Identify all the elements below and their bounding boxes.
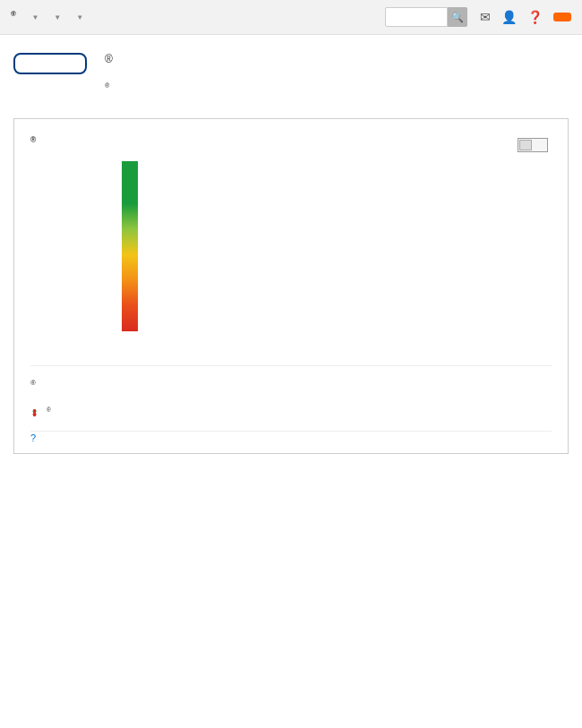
chevron-down-icon: ▼ bbox=[54, 13, 61, 21]
logo: ® bbox=[11, 9, 16, 25]
messages-link[interactable]: ✉ bbox=[480, 10, 491, 24]
nav-rewards[interactable]: ▼ bbox=[51, 13, 61, 21]
footnote bbox=[30, 431, 552, 441]
page-title: ® bbox=[105, 53, 113, 74]
nav-account[interactable]: ▼ bbox=[73, 13, 83, 21]
chart-area bbox=[30, 161, 552, 349]
factors-heading: ® bbox=[30, 379, 36, 392]
history-panel: ® ® bbox=[13, 118, 569, 454]
utility-nav: ✉ 👤 ❓ bbox=[480, 10, 571, 24]
arrow-down-icon: ⬇ bbox=[30, 407, 39, 420]
person-icon: 👤 bbox=[501, 10, 517, 24]
chevron-down-icon: ▼ bbox=[31, 13, 39, 21]
score-gradient bbox=[122, 161, 138, 331]
help-icon: ❓ bbox=[527, 10, 543, 24]
search-box: 🔍 bbox=[385, 7, 467, 27]
toggle-switch[interactable] bbox=[518, 138, 548, 152]
header: ® ▼ ▼ ▼ 🔍 ✉ 👤 ❓ bbox=[0, 0, 582, 35]
key-factors: ® ⬆ ⬇ ® ? bbox=[30, 365, 552, 441]
search-input[interactable] bbox=[385, 7, 448, 27]
score-badge bbox=[13, 53, 87, 96]
table-view-toggle bbox=[514, 135, 552, 152]
nav-activity[interactable]: ▼ bbox=[29, 13, 39, 21]
envelope-icon: ✉ bbox=[480, 10, 491, 24]
help-link[interactable]: ❓ bbox=[527, 10, 543, 24]
search-button[interactable]: 🔍 bbox=[448, 7, 467, 27]
profile-link[interactable]: 👤 bbox=[501, 10, 517, 24]
search-icon: 🔍 bbox=[451, 12, 464, 22]
panel-title: ® bbox=[30, 135, 36, 150]
logout-button[interactable] bbox=[553, 13, 571, 21]
score-bands bbox=[30, 161, 138, 349]
score-heading: ® ® bbox=[105, 53, 113, 96]
question-icon: ? bbox=[30, 432, 36, 445]
content: ® ® ® bbox=[0, 35, 582, 463]
line-chart[interactable] bbox=[147, 161, 552, 349]
chevron-down-icon: ▼ bbox=[76, 13, 83, 21]
score-summary: ® ® bbox=[13, 53, 569, 96]
